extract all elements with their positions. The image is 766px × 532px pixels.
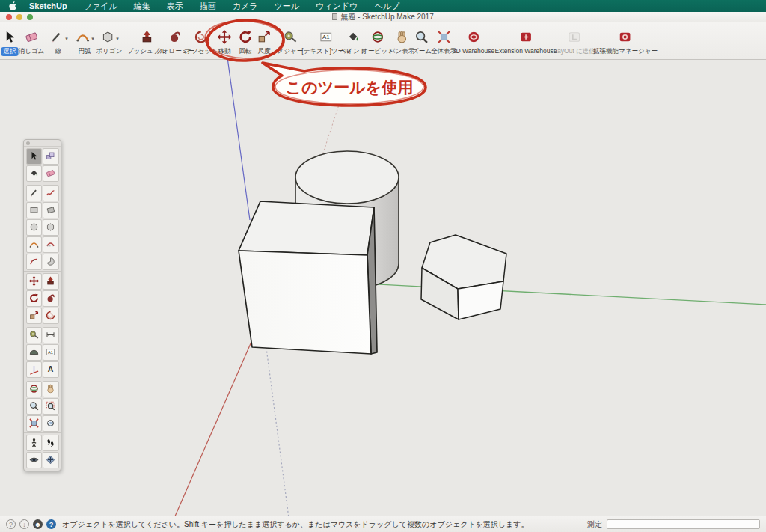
menu-item-6[interactable]: ツール bbox=[266, 0, 308, 12]
dropdown-arrow-icon[interactable]: ▾ bbox=[116, 36, 119, 42]
menu-app[interactable]: SketchUp bbox=[21, 0, 76, 12]
drawing-viewport[interactable] bbox=[0, 60, 766, 516]
toolbar-label: 消しゴム bbox=[19, 47, 45, 56]
palette-textTool-button[interactable]: A1 bbox=[43, 344, 59, 361]
dropdown-arrow-icon[interactable]: ▾ bbox=[65, 36, 68, 42]
orbit-icon bbox=[28, 383, 40, 394]
toolbar-tape-button[interactable]: メジャー bbox=[278, 25, 304, 56]
menu-item-7[interactable]: ウィンドウ bbox=[307, 0, 366, 12]
palette-previous-button[interactable] bbox=[43, 415, 59, 432]
palette-circle-button[interactable] bbox=[26, 219, 43, 236]
toolbar-cursor-button[interactable]: 選択 bbox=[1, 25, 19, 56]
palette-pencil-button[interactable] bbox=[26, 185, 43, 201]
palette-rect-button[interactable] bbox=[26, 202, 43, 218]
menu-item-8[interactable]: ヘルプ bbox=[366, 0, 408, 12]
palette-rotrect-button[interactable] bbox=[43, 202, 59, 218]
palette-polygon-button[interactable] bbox=[43, 219, 59, 236]
palette-position-button[interactable] bbox=[26, 435, 43, 451]
palette-look-button[interactable] bbox=[26, 452, 43, 468]
palette-tape-button[interactable] bbox=[26, 327, 43, 343]
help-blue-icon[interactable]: ? bbox=[46, 519, 56, 529]
palette-cursor-button[interactable] bbox=[26, 148, 43, 165]
toolbar-extmanager-button[interactable]: 拡張機能マネージャー bbox=[593, 25, 658, 56]
palette-protractor-button[interactable] bbox=[26, 344, 43, 361]
layout-icon bbox=[567, 29, 583, 45]
toolbar-rotate-button[interactable]: 回転 bbox=[238, 25, 254, 56]
toolbar-label: LayOut に送信 bbox=[554, 47, 595, 56]
menu-item-1[interactable]: ファイル bbox=[76, 0, 126, 12]
cube[interactable] bbox=[239, 201, 377, 354]
look-icon bbox=[28, 454, 40, 465]
measurements-label: 測定 bbox=[587, 519, 602, 530]
toolbar-arc-button[interactable]: ▾ 円弧 bbox=[75, 25, 94, 56]
eraser-icon bbox=[45, 168, 56, 179]
palette-header[interactable] bbox=[24, 140, 61, 147]
account-icon[interactable]: ☻ bbox=[33, 519, 43, 529]
dropdown-arrow-icon[interactable]: ▾ bbox=[91, 36, 94, 42]
palette-text3d-button[interactable]: A bbox=[43, 361, 59, 378]
toolbar-pencil-button[interactable]: ▾ 線 bbox=[49, 25, 68, 56]
help-icon[interactable]: ? bbox=[6, 519, 16, 529]
palette-arc3-button[interactable] bbox=[26, 254, 43, 270]
toolbar-scale-button[interactable]: 尺度 bbox=[257, 25, 272, 56]
palette-rotate-button[interactable] bbox=[26, 290, 43, 307]
palette-pie-button[interactable] bbox=[43, 254, 59, 270]
palette-arc2-button[interactable] bbox=[43, 236, 59, 253]
toolbar-warehouse3d-button[interactable]: 3D Warehouse bbox=[453, 25, 494, 55]
rotate-icon bbox=[28, 293, 40, 304]
toolbar-extwarehouse-button[interactable]: Extension Warehouse bbox=[495, 25, 557, 55]
cursor-icon bbox=[28, 150, 40, 162]
toolbar-offset-button[interactable]: オフセット bbox=[185, 25, 218, 56]
previous-icon bbox=[45, 418, 56, 429]
palette-freehand-button[interactable] bbox=[43, 185, 59, 201]
palette-extents-button[interactable] bbox=[26, 415, 43, 432]
toolbar-layout-button[interactable]: LayOut に送信 bbox=[554, 25, 595, 56]
toolbar-label: 拡張機能マネージャー bbox=[593, 47, 658, 56]
rotrect-icon bbox=[45, 204, 56, 215]
followme-icon bbox=[45, 293, 56, 304]
palette-paint-button[interactable] bbox=[26, 165, 43, 182]
palette-component-button[interactable] bbox=[43, 148, 59, 165]
toolbar-polygon-button[interactable]: ▾ ポリゴン bbox=[96, 25, 123, 56]
palette-move-button[interactable] bbox=[26, 273, 43, 290]
tape-icon bbox=[282, 29, 298, 45]
palette-scale-button[interactable] bbox=[26, 308, 43, 324]
window-title-bar[interactable]: 無題 - SketchUp Make 2017 bbox=[0, 12, 766, 22]
palette-close-button[interactable] bbox=[26, 141, 30, 145]
pencil-icon bbox=[49, 29, 64, 45]
palette-pan-button[interactable] bbox=[43, 381, 59, 397]
palette-followme-button[interactable] bbox=[43, 290, 59, 307]
palette-eraser-button[interactable] bbox=[43, 165, 59, 182]
component-icon bbox=[45, 150, 56, 162]
apple-menu-icon[interactable] bbox=[4, 1, 21, 10]
offset-icon bbox=[45, 310, 56, 321]
viewport-background[interactable] bbox=[0, 60, 766, 516]
menu-bar: SketchUpファイル編集表示描画カメラツールウィンドウヘルプ bbox=[0, 0, 766, 12]
toolbar-zoom-button[interactable]: ズーム bbox=[412, 25, 432, 56]
geolocation-icon[interactable]: ↓ bbox=[19, 519, 29, 529]
palette-offset-button[interactable] bbox=[43, 308, 59, 324]
palette-orbit-button[interactable] bbox=[26, 381, 43, 397]
extents-icon bbox=[436, 29, 452, 45]
palette-arc-button[interactable] bbox=[26, 236, 43, 253]
palette-dimension-button[interactable] bbox=[43, 327, 59, 343]
toolbar-eraser-button[interactable]: 消しゴム bbox=[19, 25, 45, 56]
move-icon bbox=[28, 275, 40, 287]
toolbar-label: 移動 bbox=[217, 47, 233, 56]
menu-item-3[interactable]: 表示 bbox=[159, 0, 192, 12]
measurements-input[interactable] bbox=[607, 519, 760, 529]
menu-item-2[interactable]: 編集 bbox=[126, 0, 159, 12]
toolbar-pan-button[interactable]: パン表示 bbox=[389, 25, 414, 56]
palette-pushpull-button[interactable] bbox=[43, 273, 59, 290]
menu-item-5[interactable]: カメラ bbox=[224, 0, 266, 12]
paint-icon bbox=[28, 168, 40, 179]
scale-icon bbox=[257, 29, 272, 45]
palette-nav-button[interactable] bbox=[43, 452, 59, 468]
palette-zoomwindow-button[interactable] bbox=[43, 398, 59, 415]
axes-icon bbox=[28, 364, 40, 375]
toolbar-move-button[interactable]: 移動 bbox=[217, 25, 233, 56]
palette-axes-button[interactable] bbox=[26, 361, 43, 378]
palette-walk-button[interactable] bbox=[43, 435, 59, 451]
palette-zoom-button[interactable] bbox=[26, 398, 43, 415]
menu-item-4[interactable]: 描画 bbox=[192, 0, 224, 12]
